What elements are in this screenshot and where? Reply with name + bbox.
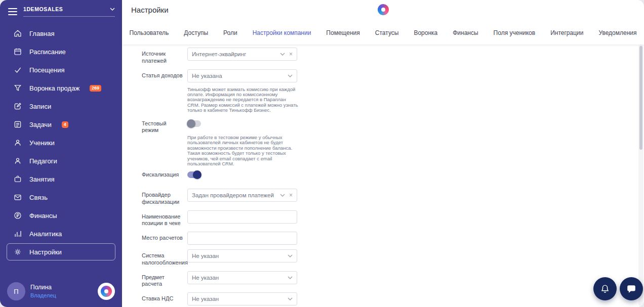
select-value: Не указан <box>192 296 288 302</box>
sidebar-item-label: Посещения <box>29 66 65 74</box>
user-role: Владелец <box>30 292 93 299</box>
sidebar-item-schedule[interactable]: Расписание <box>7 43 115 60</box>
sales-funnel-badge: 269 <box>90 85 101 92</box>
sidebar-item-lessons[interactable]: Занятия <box>7 170 115 188</box>
scrollbar-thumb[interactable] <box>639 46 642 150</box>
sidebar-item-label: Финансы <box>29 212 57 220</box>
select-value: Задан провайдером платежей <box>192 192 280 198</box>
org-selector[interactable]: 1DEMOSALES <box>23 6 115 17</box>
fiscalization-toggle[interactable] <box>187 171 201 178</box>
form-row: Фискализация <box>142 170 425 179</box>
tab-integrations[interactable]: Интеграции <box>550 29 583 36</box>
tasks-badge: 4 <box>62 121 68 128</box>
notifications-button[interactable] <box>593 277 617 300</box>
clear-icon[interactable]: × <box>289 51 293 58</box>
form-row: Статья доходов Не указана <box>142 69 425 82</box>
tab-statuses[interactable]: Статусы <box>375 29 399 36</box>
sidebar-item-settings[interactable]: Настройки <box>7 243 115 260</box>
tab-access[interactable]: Доступы <box>184 29 208 36</box>
sidebar-item-label: Настройки <box>29 248 62 256</box>
sidebar-item-finance[interactable]: Финансы <box>7 207 115 224</box>
sidebar-item-label: Задачи <box>29 121 52 128</box>
settings-form-scroll-area: Источник платежей Интернет-эквайринг × С… <box>122 45 644 307</box>
tab-student-fields[interactable]: Поля учеников <box>494 29 536 36</box>
sidebar-item-sales-funnel[interactable]: Воронка продаж 269 <box>7 79 115 97</box>
field-label: Фискализация <box>142 170 187 179</box>
main-header: Настройки Пользователь Доступы Роли Наст… <box>122 0 644 45</box>
mail-icon <box>13 193 22 202</box>
sidebar-item-records[interactable]: Записи <box>7 98 115 115</box>
income-item-select[interactable]: Не указана <box>187 69 297 82</box>
check-icon <box>13 65 22 74</box>
sidebar-item-label: Записи <box>29 103 51 110</box>
chat-button[interactable] <box>620 277 643 300</box>
main-area: Настройки Пользователь Доступы Роли Наст… <box>122 0 644 307</box>
pencil-icon <box>13 102 22 111</box>
form-row: Источник платежей Интернет-эквайринг × <box>142 48 425 65</box>
form-row: Наименование позиции в чеке <box>142 210 425 228</box>
tab-roles[interactable]: Роли <box>223 29 237 36</box>
field-label: Место расчетов <box>142 232 187 245</box>
field-label: Тестовый режим <box>142 119 187 135</box>
position-name-input[interactable] <box>192 214 293 220</box>
chevron-down-icon <box>288 297 293 300</box>
calc-subject-select[interactable]: Не указан <box>187 271 297 284</box>
select-value: Не указан <box>192 253 288 259</box>
field-label: Предмет расчета <box>142 271 187 288</box>
sidebar-item-visits[interactable]: Посещения <box>7 61 115 78</box>
sidebar-item-label: Ученики <box>29 139 55 147</box>
field-label: Источник платежей <box>142 48 187 65</box>
teacher-icon <box>13 156 22 165</box>
settlement-place-input[interactable] <box>192 235 293 241</box>
chevron-down-icon <box>110 8 115 11</box>
form-row: Ставка НДС Не указан <box>142 292 425 305</box>
form-row: Система налогообложения Не указан <box>142 249 425 267</box>
tax-system-select[interactable]: Не указан <box>187 249 297 262</box>
sidebar-item-analytics[interactable]: Аналитика <box>7 225 115 242</box>
sidebar-menu: Главная Расписание Посещения Воронка про… <box>0 25 122 260</box>
sidebar-item-label: Аналитика <box>29 230 62 238</box>
calendar-icon <box>13 47 22 56</box>
tab-rooms[interactable]: Помещения <box>326 29 359 36</box>
tab-user[interactable]: Пользователь <box>129 29 169 36</box>
form-row: Предмет расчета Не указан <box>142 271 425 288</box>
chevron-down-icon <box>280 194 285 197</box>
sidebar-item-teachers[interactable]: Педагоги <box>7 152 115 169</box>
student-icon <box>13 138 22 147</box>
sidebar-item-label: Главная <box>29 30 54 37</box>
tab-finance[interactable]: Финансы <box>453 29 478 36</box>
field-label: Ставка НДС <box>142 292 187 305</box>
briefcase-icon <box>13 174 22 184</box>
user-block[interactable]: П Полина Владелец <box>7 282 115 300</box>
form-row: Место расчетов <box>142 232 425 245</box>
payment-source-select[interactable]: Интернет-эквайринг × <box>187 48 297 61</box>
list-icon <box>13 120 22 129</box>
sidebar-item-label: Воронка продаж <box>29 84 79 92</box>
payment-settings-form: Источник платежей Интернет-эквайринг × С… <box>142 48 425 307</box>
sidebar: 1DEMOSALES Главная Расписание Посещения … <box>0 0 122 307</box>
clear-icon[interactable]: × <box>289 192 293 199</box>
test-mode-toggle[interactable] <box>187 120 201 127</box>
avatar: П <box>7 282 25 300</box>
sidebar-item-label: Занятия <box>29 176 55 183</box>
sidebar-item-label: Педагоги <box>29 157 57 165</box>
sidebar-item-students[interactable]: Ученики <box>7 134 115 151</box>
vat-rate-select[interactable]: Не указан <box>187 292 297 305</box>
field-label: Провайдер фискализации <box>142 189 187 206</box>
sidebar-item-communication[interactable]: Связь <box>7 189 115 206</box>
commission-note: Тинькофф может взимать комиссию при кажд… <box>187 87 299 113</box>
tab-company-settings[interactable]: Настройки компании <box>253 29 311 36</box>
field-label: Наименование позиции в чеке <box>142 210 187 228</box>
tab-notifications[interactable]: Уведомления <box>598 29 636 36</box>
sidebar-item-tasks[interactable]: Задачи 4 <box>7 116 115 133</box>
sidebar-item-home[interactable]: Главная <box>7 25 115 42</box>
hamburger-icon[interactable] <box>8 8 17 15</box>
select-value: Не указана <box>192 73 288 79</box>
tab-funnel[interactable]: Воронка <box>414 29 437 36</box>
chevron-down-icon <box>280 53 285 56</box>
chart-icon <box>13 229 22 238</box>
brand-logo-header <box>378 4 389 15</box>
ruble-icon <box>13 211 22 220</box>
bell-icon <box>599 283 611 294</box>
fiscal-provider-select[interactable]: Задан провайдером платежей × <box>187 189 297 202</box>
